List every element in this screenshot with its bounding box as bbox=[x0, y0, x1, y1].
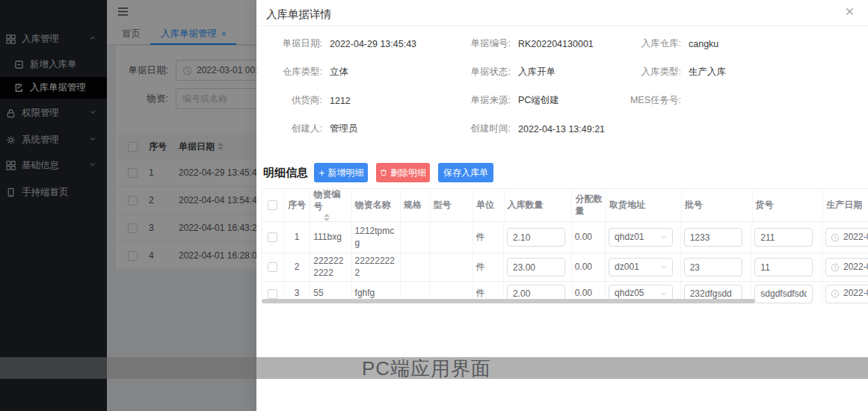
detail-row: 1 111bxg 1212tpmcg 件 0.00 qhdz01 2022-04… bbox=[262, 222, 868, 253]
item-no-input[interactable] bbox=[754, 228, 813, 247]
caption-band: PC端应用界面 bbox=[0, 357, 868, 379]
batch-input[interactable] bbox=[684, 258, 742, 276]
pickup-addr-select[interactable]: dz001 bbox=[609, 258, 673, 276]
select-all-checkbox[interactable] bbox=[268, 200, 277, 210]
detail-table: 序号 物资编号 物资名称 规格 型号 单位 入库数量 分配数量 取货地址 批号 … bbox=[262, 188, 868, 303]
info-inbound-type: 入库类型:生产入库 bbox=[615, 64, 868, 80]
trash-icon bbox=[380, 169, 387, 176]
prod-date-input[interactable]: 2022-04-1 bbox=[825, 285, 868, 303]
chevron-down-icon bbox=[660, 234, 667, 241]
info-create-time: 创建时间:2022-04-13 13:49:21 bbox=[445, 121, 615, 137]
clock-icon bbox=[831, 233, 840, 242]
info-warehouse: 入库仓库:cangku bbox=[615, 36, 868, 52]
info-order-source: 单据来源:PC端创建 bbox=[445, 93, 615, 108]
info-order-date: 单据日期:2022-04-29 13:45:43 bbox=[256, 36, 445, 52]
item-no-input[interactable] bbox=[754, 258, 813, 276]
plus-icon bbox=[318, 170, 325, 176]
save-inbound-button[interactable]: 保存入库单 bbox=[438, 163, 493, 182]
col-batch: 批号 bbox=[682, 189, 753, 221]
row-checkbox[interactable] bbox=[268, 262, 277, 272]
detail-header-row: 序号 物资编号 物资名称 规格 型号 单位 入库数量 分配数量 取货地址 批号 … bbox=[262, 189, 868, 222]
col-item-no: 货号 bbox=[753, 189, 824, 221]
close-icon[interactable] bbox=[845, 7, 855, 16]
col-no: 序号 bbox=[284, 189, 311, 221]
inbound-detail-drawer: 入库单据详情 单据日期:2022-04-29 13:45:43 单据编号:RK2… bbox=[256, 0, 868, 411]
row-checkbox[interactable] bbox=[268, 232, 277, 242]
item-no-input[interactable] bbox=[754, 285, 813, 303]
prod-date-input[interactable]: 2022-04-1 bbox=[825, 258, 868, 276]
info-creator: 创建人:管理员 bbox=[256, 121, 445, 137]
info-order-status: 单据状态:入库开单 bbox=[445, 64, 615, 80]
clock-icon bbox=[831, 263, 840, 272]
caption-text: PC端应用界面 bbox=[362, 357, 491, 380]
col-material-name: 物资名称 bbox=[352, 189, 401, 221]
col-model: 型号 bbox=[431, 189, 473, 221]
info-warehouse-type: 仓库类型:立体 bbox=[256, 64, 445, 80]
col-pickup-addr: 取货地址 bbox=[606, 189, 682, 221]
detail-section-bar: 明细信息 新增明细 删除明细 保存入库单 bbox=[256, 163, 868, 183]
qty-input[interactable] bbox=[507, 228, 565, 247]
info-mes-task: MES任务号: bbox=[615, 93, 868, 108]
add-detail-button[interactable]: 新增明细 bbox=[314, 163, 368, 182]
drawer-header: 入库单据详情 bbox=[256, 0, 868, 26]
pickup-addr-select[interactable]: qhdz01 bbox=[609, 228, 673, 247]
batch-input[interactable] bbox=[684, 228, 742, 247]
chevron-down-icon bbox=[660, 264, 667, 271]
col-spec: 规格 bbox=[401, 189, 431, 221]
detail-row: 2 2222222222 222222222 件 0.00 dz001 2022… bbox=[262, 253, 868, 282]
horizontal-scrollbar[interactable] bbox=[262, 299, 755, 303]
delete-detail-button[interactable]: 删除明细 bbox=[376, 163, 430, 182]
sort-icon bbox=[324, 214, 330, 221]
clock-icon bbox=[831, 289, 840, 298]
info-order-code: 单据编号:RK202204130001 bbox=[445, 36, 615, 52]
order-info: 单据日期:2022-04-29 13:45:43 单据编号:RK20220413… bbox=[256, 36, 868, 137]
col-unit: 单位 bbox=[473, 189, 505, 221]
app-root: 入库管理 新增入库单 入库单据管理 权限管理 系统管理 基础信息 手 bbox=[0, 0, 868, 411]
drawer-title: 入库单据详情 bbox=[266, 7, 331, 22]
col-alloc: 分配数量 bbox=[572, 189, 606, 221]
detail-section-title: 明细信息 bbox=[263, 166, 308, 180]
prod-date-input[interactable]: 2022-04-1 bbox=[825, 228, 868, 247]
qty-input[interactable] bbox=[507, 258, 565, 276]
info-supplier: 供货商:1212 bbox=[256, 93, 445, 108]
detail-table-wrap: 序号 物资编号 物资名称 规格 型号 单位 入库数量 分配数量 取货地址 批号 … bbox=[256, 188, 868, 303]
info-empty bbox=[615, 121, 868, 137]
col-prod-date: 生产日期 bbox=[823, 189, 868, 221]
row-checkbox[interactable] bbox=[268, 289, 277, 299]
col-qty: 入库数量 bbox=[505, 189, 573, 221]
col-material-code: 物资编号 bbox=[310, 189, 351, 221]
chevron-down-icon bbox=[660, 291, 667, 297]
